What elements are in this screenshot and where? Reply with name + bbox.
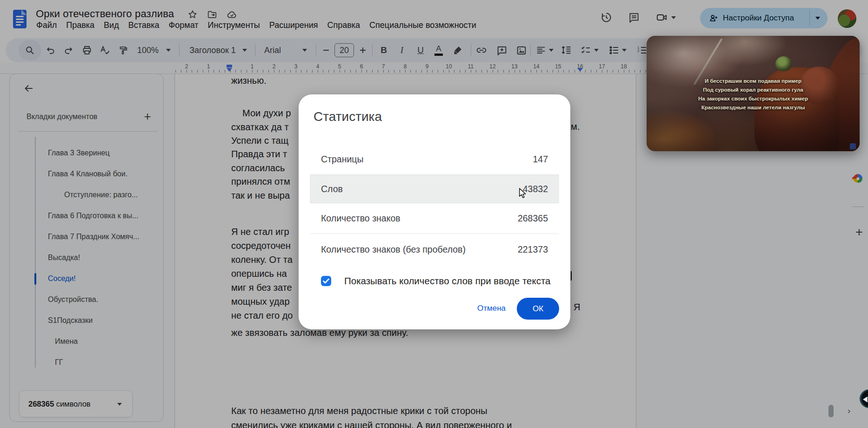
subtitle-line: И бесстрашия всем подавая пример bbox=[647, 77, 860, 86]
stat-row-1[interactable]: Страницы147 bbox=[310, 144, 559, 174]
ok-button[interactable]: ОК bbox=[517, 298, 559, 320]
subtitle-line: Краснозвездные наши летели назгулы bbox=[647, 103, 860, 112]
checkbox-label: Показывать количество слов при вводе тек… bbox=[344, 275, 550, 287]
video-logo bbox=[850, 143, 856, 149]
orc-head-graphic bbox=[775, 56, 792, 71]
stat-label: Страницы bbox=[321, 154, 364, 165]
video-subtitles: И бесстрашия всем подавая примерПод суро… bbox=[647, 77, 860, 112]
stat-label: Слов bbox=[321, 184, 343, 194]
pip-video-window[interactable]: И бесстрашия всем подавая примерПод суро… bbox=[647, 36, 860, 151]
statistics-dialog: Статистика Страницы147Слов43832Количеств… bbox=[299, 94, 570, 329]
stat-value: 221373 bbox=[518, 244, 548, 255]
stat-label: Количество знаков bbox=[321, 213, 401, 224]
cancel-button[interactable]: Отмена bbox=[477, 304, 506, 313]
stat-row-3[interactable]: Количество знаков268365 bbox=[310, 203, 559, 234]
stat-value: 147 bbox=[533, 154, 548, 165]
subtitle-line: На закорках своих быстрокрылых химер bbox=[647, 94, 860, 103]
stat-row-4[interactable]: Количество знаков (без пробелов)221373 bbox=[310, 234, 559, 265]
stat-label: Количество знаков (без пробелов) bbox=[321, 244, 466, 255]
show-word-count-checkbox[interactable] bbox=[321, 276, 331, 286]
dialog-title: Статистика bbox=[314, 109, 382, 124]
stat-value: 268365 bbox=[518, 213, 548, 224]
subtitle-line: Под суровый хорал реактивного гула bbox=[647, 86, 860, 94]
mouse-pointer bbox=[519, 188, 527, 199]
